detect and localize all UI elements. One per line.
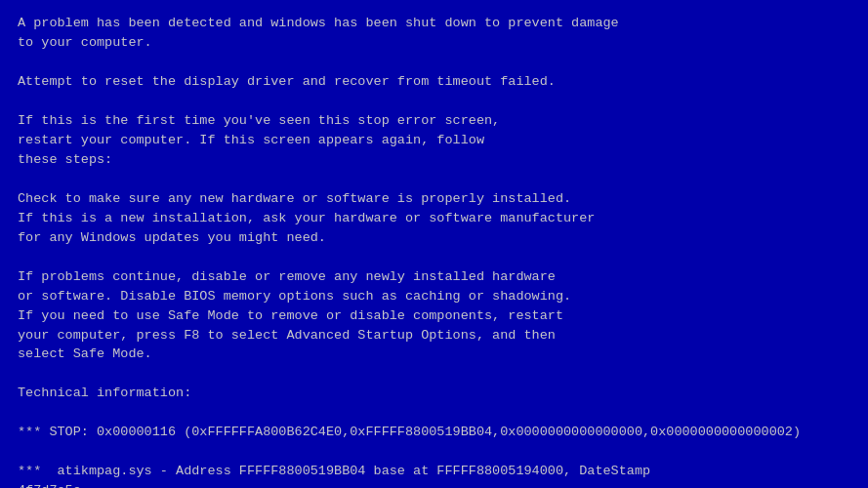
- bsod-screen: A problem has been detected and windows …: [0, 0, 868, 488]
- bsod-text-content: A problem has been detected and windows …: [18, 14, 850, 488]
